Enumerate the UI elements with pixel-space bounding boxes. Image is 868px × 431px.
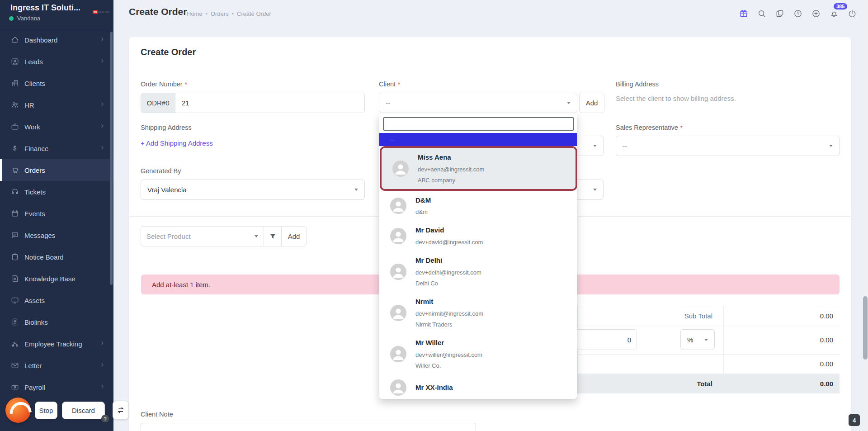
client-option-mr-willer[interactable]: Mr Willerdev+willer@ingressit.comWiller … <box>379 333 577 374</box>
sidebar-item-messages[interactable]: Messages <box>0 224 113 246</box>
sidebar-item-assets[interactable]: Assets <box>0 289 113 311</box>
filter-button[interactable] <box>264 227 281 246</box>
order-number-input[interactable] <box>175 93 364 113</box>
sidebar-item-label: Orders <box>24 166 45 174</box>
client-option-mr-xx-india[interactable]: Mr XX-India <box>379 374 577 399</box>
chevron-right-icon <box>99 123 105 131</box>
sales-representative-select[interactable]: -- <box>616 136 840 156</box>
add-icon[interactable] <box>811 9 821 19</box>
page-scrollbar-track[interactable] <box>863 0 868 431</box>
client-option-mr-david[interactable]: Mr Daviddev+david@ingressit.com <box>379 221 577 251</box>
client-option-name: Mr Willer <box>415 338 567 347</box>
tax-amount: 0.00 <box>723 354 833 374</box>
sidebar: Ingress IT Soluti... Vandana IN GRESS Da… <box>0 0 113 431</box>
sub-total-value: 0.00 <box>723 306 833 326</box>
history-icon[interactable] <box>793 9 803 19</box>
client-dropdown-panel: --Miss Aenadev+aena@ingressit.comABC com… <box>379 114 577 399</box>
notes-icon[interactable] <box>775 9 785 19</box>
add-client-button[interactable]: Add <box>579 93 604 113</box>
sidebar-item-dashboard[interactable]: Dashboard <box>0 29 113 51</box>
user-line: Vandana <box>9 15 40 22</box>
client-option-company: d&m <box>415 208 567 216</box>
select-product-dropdown[interactable]: Select Product <box>141 227 264 246</box>
billing-address-hint: Select the client to show billing addres… <box>616 95 736 102</box>
help-icon[interactable]: ? <box>101 415 109 422</box>
client-search-input[interactable] <box>383 117 574 131</box>
notice-board-icon <box>11 253 19 261</box>
sidebar-item-tickets[interactable]: Tickets <box>0 181 113 203</box>
discount-unit-select[interactable]: % <box>680 329 715 350</box>
chevron-right-icon <box>99 340 105 348</box>
generated-by-select[interactable]: Vraj Valencia <box>141 180 365 200</box>
topbar: Create Order Home•Orders•Create Order 38… <box>113 0 868 28</box>
add-product-button[interactable]: Add <box>281 227 306 246</box>
sidebar-item-label: HR <box>24 101 34 109</box>
client-option-none[interactable]: -- <box>379 133 577 146</box>
page-scrollbar-thumb[interactable] <box>863 296 868 360</box>
avatar <box>390 346 406 362</box>
avatar <box>390 264 406 280</box>
client-option-name: Mr XX-India <box>415 383 567 392</box>
brand-logo: IN GRESS <box>93 10 109 14</box>
sidebar-item-employee-tracking[interactable]: Employee Tracking <box>0 333 113 355</box>
bell-icon[interactable]: 385 <box>829 9 839 19</box>
breadcrumb-item[interactable]: Home <box>187 10 203 17</box>
sidebar-item-biolinks[interactable]: Biolinks <box>0 311 113 333</box>
chevron-right-icon <box>99 361 105 369</box>
sidebar-item-hr[interactable]: HR <box>0 94 113 116</box>
discard-button[interactable]: Discard <box>62 402 105 419</box>
sidebar-item-label: Tickets <box>24 188 46 196</box>
messages-icon <box>11 231 19 239</box>
sidebar-scrollbar-thumb[interactable] <box>110 32 113 285</box>
breadcrumb-item[interactable]: Orders <box>211 10 229 17</box>
swap-button[interactable] <box>113 401 129 420</box>
avatar <box>390 198 406 214</box>
client-option-miss-aena[interactable]: Miss Aenadev+aena@ingressit.comABC compa… <box>382 148 576 189</box>
client-option-name: Mr Delhi <box>415 256 567 265</box>
notification-badge[interactable]: 385 <box>834 3 847 9</box>
breadcrumb-item[interactable]: Create Order <box>237 10 271 17</box>
sidebar-item-label: Biolinks <box>24 318 48 326</box>
sidebar-item-leads[interactable]: Leads <box>0 51 113 72</box>
sidebar-item-orders[interactable]: Orders <box>0 159 113 181</box>
sidebar-item-clients[interactable]: Clients <box>0 72 113 94</box>
sidebar-item-payroll[interactable]: Payroll <box>0 376 113 398</box>
client-option-nrmit[interactable]: Nrmitdev+nirmit@ingressit.comNirmit Trad… <box>379 292 577 333</box>
chevron-down-icon <box>829 145 833 147</box>
generated-by-label: Generated By <box>141 167 181 175</box>
client-option-email: dev+david@ingressit.com <box>415 238 567 246</box>
app-logo[interactable] <box>5 398 31 423</box>
client-options-list: --Miss Aenadev+aena@ingressit.comABC com… <box>379 133 577 399</box>
add-shipping-address-link[interactable]: + Add Shipping Address <box>141 139 213 147</box>
chevron-right-icon <box>99 144 105 152</box>
client-option-mr-delhi[interactable]: Mr Delhidev+delhi@ingressit.comDelhi Co <box>379 251 577 292</box>
stop-button[interactable]: Stop <box>35 402 57 419</box>
gift-icon[interactable] <box>739 9 749 19</box>
sidebar-item-knowledge-base[interactable]: Knowledge Base <box>0 268 113 289</box>
client-note-label: Client Note <box>141 411 173 418</box>
client-note-textarea[interactable] <box>141 423 476 431</box>
events-icon <box>11 209 19 218</box>
sidebar-menu: DashboardLeadsClientsHRWorkFinanceOrders… <box>0 29 113 398</box>
client-option-name: Miss Aena <box>418 153 565 162</box>
chevron-down-icon <box>255 235 258 237</box>
breadcrumb-separator: • <box>232 11 234 17</box>
power-icon[interactable] <box>847 9 857 19</box>
sidebar-item-work[interactable]: Work <box>0 116 113 137</box>
chevron-down-icon <box>567 102 571 104</box>
sidebar-item-label: Leads <box>24 58 43 66</box>
client-select[interactable]: -- <box>379 93 577 113</box>
sidebar-item-label: Events <box>24 210 45 218</box>
sidebar-item-label: Notice Board <box>24 253 64 261</box>
client-option-d-m[interactable]: D&Md&m <box>379 191 577 221</box>
sidebar-item-events[interactable]: Events <box>0 203 113 224</box>
sidebar-item-notice-board[interactable]: Notice Board <box>0 246 113 268</box>
orders-icon <box>11 166 19 174</box>
sales-representative-label: Sales Representative* <box>616 124 683 131</box>
search-icon[interactable] <box>757 9 767 19</box>
client-option-company: Willer Co. <box>415 362 567 369</box>
sidebar-item-letter[interactable]: Letter <box>0 355 113 376</box>
sidebar-item-finance[interactable]: Finance <box>0 137 113 159</box>
annotation-highlight-box: Miss Aenadev+aena@ingressit.comABC compa… <box>380 146 577 191</box>
finance-icon <box>11 144 19 152</box>
